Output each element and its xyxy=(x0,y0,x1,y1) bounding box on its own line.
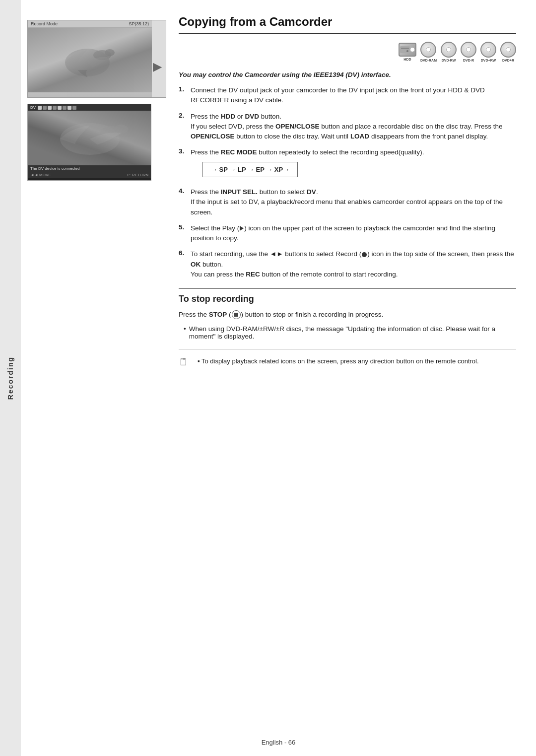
step-2: 2. Press the HDD or DVD button.If you se… xyxy=(179,112,516,142)
note-icon: 🗒 xyxy=(179,356,193,368)
disc-icons-row: HDD DVD-RAM DVD-RW DVD-R DVD+RW DVD+R xyxy=(179,42,516,62)
step-5-content: Select the Play () icon on the upper par… xyxy=(191,223,516,244)
stop-bullet-text: When using DVD-RAM/±RW/±R discs, the mes… xyxy=(189,325,516,340)
step-3-number: 3. xyxy=(179,147,187,155)
screen-top: Record Mode SP(35:12) xyxy=(28,20,152,97)
hdd-label: HDD xyxy=(403,58,411,61)
dvdprw-disc-circle xyxy=(480,42,496,58)
icon-dot-2 xyxy=(43,106,47,110)
step-2-number: 2. xyxy=(179,112,187,119)
step-4-content: Press the INPUT SEL. button to select DV… xyxy=(191,187,516,217)
screen-nav-footer: ◄◄ MOVE ↩ RETURN xyxy=(28,172,151,178)
icon-dot-6 xyxy=(63,106,67,110)
step-4: 4. Press the INPUT SEL. button to select… xyxy=(179,187,516,217)
step-4-number: 4. xyxy=(179,187,187,195)
bullet-symbol: • xyxy=(184,325,186,340)
svg-point-5 xyxy=(114,125,128,134)
play-icon xyxy=(240,226,244,231)
stop-square xyxy=(234,313,238,317)
page-footer: English - 66 xyxy=(21,739,536,746)
note-content: ▪ To display playback related icons on t… xyxy=(198,356,479,366)
stop-bullet-item: • When using DVD-RAM/±RW/±R discs, the m… xyxy=(179,325,516,340)
dvdpr-icon: DVD+R xyxy=(500,42,516,62)
screen-bottom-bar: DV xyxy=(28,104,151,111)
bird-silhouette-bottom-svg xyxy=(38,113,142,165)
record-mode-label: Record Mode xyxy=(31,21,58,26)
return-label: ↩ RETURN xyxy=(127,173,148,177)
icon-dot-8 xyxy=(72,106,76,110)
dvdrw-disc-circle xyxy=(441,42,457,58)
step-1: 1. Connect the DV output jack of your ca… xyxy=(179,85,516,106)
dv-label: DV xyxy=(30,105,36,110)
section-divider xyxy=(179,288,516,289)
svg-point-2 xyxy=(105,49,115,56)
stop-button-icon xyxy=(232,310,241,319)
bird-image-top xyxy=(28,28,152,92)
screen-mockups: Record Mode SP(35:12) DV xyxy=(27,20,166,181)
mode-box: → SP → LP → EP → XP→ xyxy=(202,162,298,178)
dvdrw-label: DVD-RW xyxy=(442,59,456,62)
dvdprw-label: DVD+RW xyxy=(481,59,496,62)
steps-list: 1. Connect the DV output jack of your ca… xyxy=(179,85,516,279)
rec-bullet-icon xyxy=(362,252,367,257)
step-3-content: Press the REC MODE button repeatedly to … xyxy=(191,147,516,181)
sidebar-label: Recording xyxy=(6,356,14,400)
screen-mockup-top: Record Mode SP(35:12) xyxy=(27,20,166,98)
step-6-content: To start recording, use the ◄► buttons t… xyxy=(191,249,516,279)
hdd-icon: HDD xyxy=(399,43,416,61)
stop-recording-title: To stop recording xyxy=(179,294,516,304)
icon-dot-4 xyxy=(53,106,57,110)
icon-dot-3 xyxy=(48,106,52,110)
screen-top-bar: Record Mode SP(35:12) xyxy=(28,20,152,28)
bird-silhouette-svg xyxy=(48,35,127,90)
page-title: Copying from a Camcorder xyxy=(179,15,516,34)
dvdrw-icon: DVD-RW xyxy=(441,42,457,62)
step-6-number: 6. xyxy=(179,249,187,257)
dvdpr-disc-circle xyxy=(500,42,516,58)
step-5: 5. Select the Play () icon on the upper … xyxy=(179,223,516,244)
note-bullet: ▪ xyxy=(198,357,201,365)
screen-bottom-content xyxy=(28,111,151,165)
screen-mockup-bottom: DV xyxy=(27,104,151,181)
connected-text: The DV device is connected xyxy=(30,166,80,171)
column-arrow: ▶ xyxy=(153,60,162,73)
step-2-content: Press the HDD or DVD button.If you selec… xyxy=(191,112,516,142)
hdd-disc-circle xyxy=(399,43,416,57)
dvdpr-label: DVD+R xyxy=(502,59,514,62)
icon-dot-5 xyxy=(58,106,62,110)
stop-text: Press the STOP () button to stop or fini… xyxy=(179,309,516,320)
step-3: 3. Press the REC MODE button repeatedly … xyxy=(179,147,516,181)
note-text: To display playback related icons on the… xyxy=(201,357,479,365)
right-column: Copying from a Camcorder HDD DVD-RAM DVD… xyxy=(179,15,516,368)
step-1-content: Connect the DV output jack of your camco… xyxy=(191,85,516,106)
step-1-number: 1. xyxy=(179,85,187,93)
record-mode-value: SP(35:12) xyxy=(129,21,149,26)
footer-text: English - 66 xyxy=(262,739,296,746)
icon-dot-7 xyxy=(67,106,71,110)
icon-dot-1 xyxy=(38,106,42,110)
dvdprw-icon: DVD+RW xyxy=(480,42,496,62)
svg-rect-7 xyxy=(401,48,409,49)
step-6: 6. To start recording, use the ◄► button… xyxy=(179,249,516,279)
dvdr-label: DVD-R xyxy=(463,59,474,62)
svg-rect-6 xyxy=(400,46,410,53)
icon-dots xyxy=(38,106,76,110)
dvdr-icon: DVD-R xyxy=(461,42,476,62)
note-box: 🗒 ▪ To display playback related icons on… xyxy=(179,349,516,368)
screen-bottom-footer: The DV device is connected xyxy=(28,165,151,172)
dvdram-disc-circle xyxy=(420,42,436,58)
step-5-number: 5. xyxy=(179,223,187,231)
sidebar: Recording xyxy=(0,0,21,756)
bird-image-bottom xyxy=(28,111,151,165)
dvdram-icon: DVD-RAM xyxy=(420,42,437,62)
dvdram-label: DVD-RAM xyxy=(420,59,437,62)
intro-text: You may control the Camcorder using the … xyxy=(179,71,516,78)
move-label: ◄◄ MOVE xyxy=(30,173,51,177)
dvdr-disc-circle xyxy=(461,42,476,58)
svg-point-8 xyxy=(406,50,408,52)
